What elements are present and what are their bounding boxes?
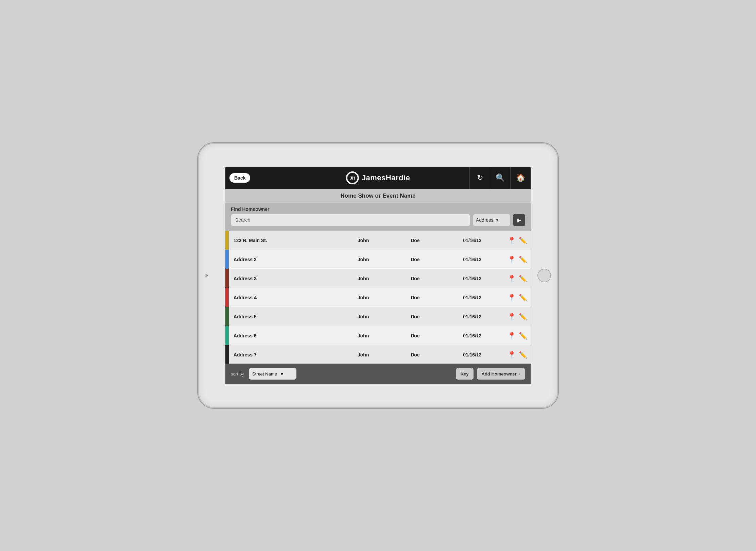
sort-label: sort by bbox=[231, 371, 244, 377]
color-strip bbox=[225, 250, 229, 269]
key-button[interactable]: Key bbox=[456, 368, 474, 380]
header: Back JH JamesHardie ↻ 🔍 🏠 bbox=[225, 167, 531, 189]
location-icon[interactable]: 📍 bbox=[508, 274, 516, 283]
search-input[interactable] bbox=[231, 214, 470, 226]
home-button-header[interactable]: 🏠 bbox=[510, 167, 531, 189]
search-row: Address ▼ ▶ bbox=[231, 214, 525, 226]
table-row: Address 5 John Doe 01/16/13 📍 ✏️ bbox=[225, 307, 531, 326]
svg-text:JH: JH bbox=[349, 176, 355, 181]
col-actions: 📍 ✏️ bbox=[503, 313, 531, 321]
col-last: Doe bbox=[389, 352, 441, 357]
edit-icon[interactable]: ✏️ bbox=[519, 255, 527, 264]
refresh-button[interactable]: ↻ bbox=[469, 167, 490, 189]
col-address: Address 6 bbox=[229, 333, 337, 338]
color-strip bbox=[225, 288, 229, 307]
table-row: 123 N. Main St. John Doe 01/16/13 📍 ✏️ bbox=[225, 231, 531, 250]
edit-icon[interactable]: ✏️ bbox=[519, 274, 527, 283]
col-last: Doe bbox=[389, 295, 441, 300]
col-date: 01/16/13 bbox=[441, 352, 503, 357]
col-last: Doe bbox=[389, 257, 441, 262]
header-icons: ↻ 🔍 🏠 bbox=[469, 167, 531, 189]
col-first: John bbox=[337, 276, 389, 281]
edit-icon[interactable]: ✏️ bbox=[519, 236, 527, 245]
col-actions: 📍 ✏️ bbox=[503, 332, 531, 340]
color-strip bbox=[225, 307, 229, 326]
home-icon: 🏠 bbox=[516, 173, 525, 182]
col-first: John bbox=[337, 333, 389, 338]
col-last: Doe bbox=[389, 238, 441, 243]
col-address: Address 2 bbox=[229, 257, 337, 262]
side-button-left bbox=[205, 274, 208, 277]
col-last: Doe bbox=[389, 314, 441, 319]
col-actions: 📍 ✏️ bbox=[503, 255, 531, 264]
table-row: Address 4 John Doe 01/16/13 📍 ✏️ bbox=[225, 288, 531, 307]
search-icon: 🔍 bbox=[496, 173, 505, 182]
event-title-bar: Home Show or Event Name bbox=[225, 189, 531, 203]
col-date: 01/16/13 bbox=[441, 238, 503, 243]
screen: Back JH JamesHardie ↻ 🔍 🏠 bbox=[225, 167, 531, 384]
color-strip bbox=[225, 345, 229, 364]
logo-text: JamesHardie bbox=[362, 173, 410, 182]
location-icon[interactable]: 📍 bbox=[508, 255, 516, 264]
table-row: Address 3 John Doe 01/16/13 📍 ✏️ bbox=[225, 269, 531, 288]
location-icon[interactable]: 📍 bbox=[508, 236, 516, 245]
location-icon[interactable]: 📍 bbox=[508, 332, 516, 340]
edit-icon[interactable]: ✏️ bbox=[519, 332, 527, 340]
col-actions: 📍 ✏️ bbox=[503, 274, 531, 283]
back-button[interactable]: Back bbox=[229, 173, 250, 183]
location-icon[interactable]: 📍 bbox=[508, 313, 516, 321]
col-actions: 📍 ✏️ bbox=[503, 236, 531, 245]
color-strip bbox=[225, 231, 229, 250]
col-last: Doe bbox=[389, 276, 441, 281]
col-first: John bbox=[337, 314, 389, 319]
edit-icon[interactable]: ✏️ bbox=[519, 294, 527, 302]
home-button[interactable] bbox=[537, 269, 551, 282]
edit-icon[interactable]: ✏️ bbox=[519, 351, 527, 359]
sort-dropdown[interactable]: Street Name ▼ bbox=[249, 368, 296, 380]
col-address: Address 4 bbox=[229, 295, 337, 300]
refresh-icon: ↻ bbox=[477, 173, 483, 182]
footer: sort by Street Name ▼ Key Add Homeowner … bbox=[225, 364, 531, 384]
color-strip bbox=[225, 326, 229, 345]
col-first: John bbox=[337, 352, 389, 357]
col-date: 01/16/13 bbox=[441, 314, 503, 319]
search-button[interactable]: 🔍 bbox=[490, 167, 510, 189]
col-date: 01/16/13 bbox=[441, 257, 503, 262]
sort-selected: Street Name bbox=[252, 371, 277, 377]
logo-area: JH JamesHardie bbox=[346, 171, 410, 184]
col-date: 01/16/13 bbox=[441, 295, 503, 300]
find-label: Find Homeowner bbox=[231, 206, 525, 212]
filter-dropdown[interactable]: Address ▼ bbox=[473, 214, 510, 226]
color-strip bbox=[225, 269, 229, 288]
search-play-button[interactable]: ▶ bbox=[513, 214, 525, 226]
col-address: 123 N. Main St. bbox=[229, 238, 337, 243]
location-icon[interactable]: 📍 bbox=[508, 351, 516, 359]
logo-icon: JH bbox=[346, 171, 359, 184]
tablet-frame: Back JH JamesHardie ↻ 🔍 🏠 bbox=[198, 143, 558, 408]
col-first: John bbox=[337, 238, 389, 243]
col-address: Address 3 bbox=[229, 276, 337, 281]
play-icon: ▶ bbox=[517, 217, 521, 223]
col-address: Address 7 bbox=[229, 352, 337, 357]
filter-label: Address bbox=[476, 217, 493, 223]
col-first: John bbox=[337, 257, 389, 262]
table-row: Address 2 John Doe 01/16/13 📍 ✏️ bbox=[225, 250, 531, 269]
filter-dropdown-arrow: ▼ bbox=[495, 218, 499, 222]
sort-dropdown-arrow: ▼ bbox=[280, 371, 284, 377]
table-row: Address 7 John Doe 01/16/13 📍 ✏️ bbox=[225, 345, 531, 364]
col-date: 01/16/13 bbox=[441, 276, 503, 281]
col-actions: 📍 ✏️ bbox=[503, 351, 531, 359]
jh-logo-svg: JH bbox=[347, 172, 358, 184]
col-actions: 📍 ✏️ bbox=[503, 294, 531, 302]
search-area: Find Homeowner Address ▼ ▶ bbox=[225, 203, 531, 231]
col-first: John bbox=[337, 295, 389, 300]
col-date: 01/16/13 bbox=[441, 333, 503, 338]
edit-icon[interactable]: ✏️ bbox=[519, 313, 527, 321]
table-row: Address 6 John Doe 01/16/13 📍 ✏️ bbox=[225, 326, 531, 345]
col-last: Doe bbox=[389, 333, 441, 338]
table-area: 123 N. Main St. John Doe 01/16/13 📍 ✏️ A… bbox=[225, 231, 531, 364]
add-homeowner-button[interactable]: Add Homeowner + bbox=[477, 368, 526, 380]
location-icon[interactable]: 📍 bbox=[508, 294, 516, 302]
event-title: Home Show or Event Name bbox=[340, 193, 415, 199]
col-address: Address 5 bbox=[229, 314, 337, 319]
